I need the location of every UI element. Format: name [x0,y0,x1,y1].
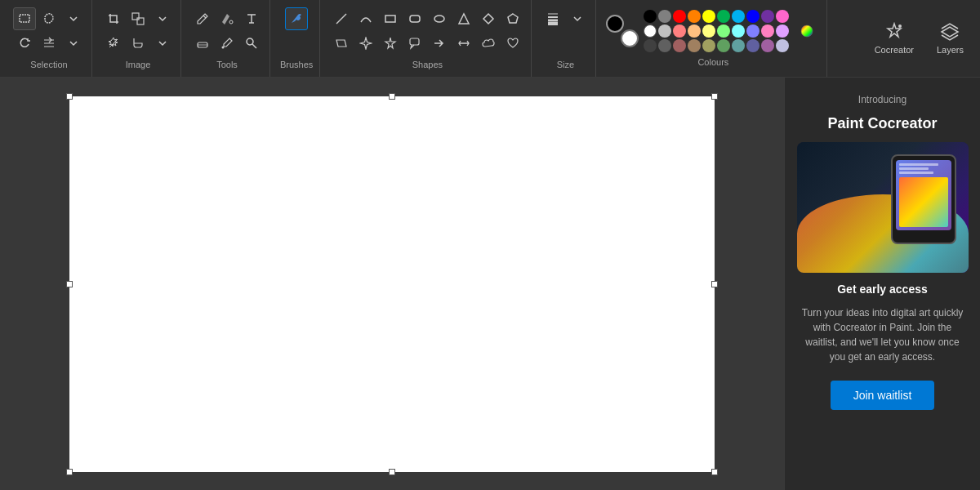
tools-group: Tools [185,0,270,77]
fill2-btn[interactable] [566,7,589,30]
color-green[interactable] [717,10,730,23]
rect-tool[interactable] [379,7,402,30]
image-dropdown-btn[interactable] [151,7,174,30]
color-d3[interactable] [673,39,686,52]
color-picker-wheel-btn[interactable] [794,18,820,44]
line-tool[interactable] [330,7,353,30]
parallelogram-tool[interactable] [330,32,353,55]
svg-marker-12 [459,14,469,24]
color-lightred[interactable] [673,24,686,38]
rotate-btn[interactable] [13,32,36,55]
svg-marker-14 [508,14,518,23]
preview-line-1 [899,163,938,166]
color-lightcyan[interactable] [732,24,745,38]
curve-tool[interactable] [354,7,377,30]
image-dropdown3-btn[interactable] [151,32,174,55]
svg-rect-1 [132,13,139,20]
color-black[interactable] [644,10,657,23]
color-d6[interactable] [717,39,730,52]
handle-top-right[interactable] [711,93,718,100]
svg-point-11 [434,16,444,22]
color-lightblue[interactable] [746,24,760,38]
svg-point-24 [801,25,813,37]
layers-label: Layers [937,45,964,55]
paint-bucket2-btn[interactable] [127,32,149,55]
triangle-tool[interactable] [452,7,475,30]
color-lightpurple[interactable] [761,24,774,38]
color-purple[interactable] [761,10,774,23]
handle-bot-mid[interactable] [389,469,395,475]
svg-rect-18 [410,38,419,45]
arrow-tool[interactable] [428,32,451,55]
color-d7[interactable] [732,39,745,52]
foreground-colour[interactable] [606,15,624,33]
color-red[interactable] [673,10,686,23]
select-dropdown2-btn[interactable] [62,32,85,55]
handle-mid-left[interactable] [66,281,73,287]
color-cyan[interactable] [732,10,745,23]
star5-tool[interactable] [379,32,402,55]
handle-bot-right[interactable] [711,469,718,475]
color-lightpink[interactable] [776,24,789,38]
svg-line-8 [336,14,346,24]
rectangle-select-btn[interactable] [13,7,36,30]
doublearrow-tool[interactable] [452,32,475,55]
color-lightgreen[interactable] [717,24,730,38]
cocreator-description: Turn your ideas into digital art quickly… [798,305,967,364]
eraser-btn[interactable] [191,32,214,55]
color-d5[interactable] [702,39,715,52]
heart-tool[interactable] [501,32,524,55]
freeform-select-btn[interactable] [38,7,60,30]
resize-btn[interactable] [127,7,149,30]
fill-btn[interactable] [216,7,238,30]
brush-active-btn[interactable] [285,7,308,30]
handle-bot-left[interactable] [66,469,73,475]
color-lightorange[interactable] [688,24,701,38]
ellipse-tool[interactable] [428,7,451,30]
pentagon-tool[interactable] [501,7,524,30]
early-access-heading: Get early access [837,283,928,296]
handle-top-left[interactable] [66,93,73,100]
color-d8[interactable] [746,39,760,52]
svg-rect-10 [410,16,420,22]
color-d1[interactable] [644,39,657,52]
select-dropdown-btn[interactable] [62,7,85,30]
outline-btn[interactable] [541,7,564,30]
text-btn[interactable] [240,7,263,30]
color-d4[interactable] [688,39,701,52]
layers-btn[interactable]: Layers [927,17,973,60]
join-waitlist-button[interactable]: Join waitlist [831,381,935,410]
rect2-tool[interactable] [403,7,426,30]
magnifier-btn[interactable] [240,32,263,55]
flip-btn[interactable] [38,32,60,55]
color-silver[interactable] [658,24,671,38]
color-yellow[interactable] [702,10,715,23]
color-d9[interactable] [761,39,774,52]
svg-marker-17 [385,38,395,48]
preview-device [891,154,956,244]
color-blue[interactable] [746,10,760,23]
star4-tool[interactable] [354,32,377,55]
magic-select-btn[interactable] [102,32,125,55]
color-white[interactable] [644,24,657,38]
handle-mid-right[interactable] [711,281,718,287]
background-colour[interactable] [621,29,639,47]
image-group: Image [96,0,181,77]
color-pink[interactable] [776,10,789,23]
cocreator-btn[interactable]: Cocreator [865,17,924,60]
color-d10[interactable] [776,39,789,52]
crop-btn[interactable] [102,7,125,30]
canvas-area[interactable] [0,78,784,490]
pencil-btn[interactable] [191,7,214,30]
color-orange[interactable] [688,10,701,23]
diamond-tool[interactable] [477,7,500,30]
callout-tool[interactable] [403,32,426,55]
cloud-tool[interactable] [477,32,500,55]
color-d2[interactable] [658,39,671,52]
color-lightyellow[interactable] [702,24,715,38]
drawing-canvas[interactable] [69,96,715,472]
svg-marker-16 [360,38,372,49]
handle-top-mid[interactable] [389,93,395,100]
eyedropper-btn[interactable] [216,32,238,55]
color-gray[interactable] [658,10,671,23]
